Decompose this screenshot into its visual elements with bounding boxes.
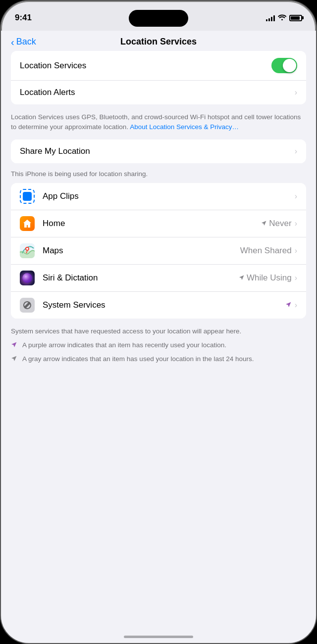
app-clips-name: App Clips <box>43 191 295 201</box>
siri-app-name: Siri & Dictation <box>43 273 239 283</box>
location-alerts-label: Location Alerts <box>20 88 295 97</box>
home-app-icon <box>20 216 35 231</box>
chevron-right-icon: › <box>295 192 297 201</box>
gray-legend-text: A gray arrow indicates that an item has … <box>22 354 254 364</box>
home-location-value: Never <box>269 219 291 229</box>
maps-app-icon <box>20 243 35 258</box>
svg-point-3 <box>26 248 28 250</box>
share-location-label: Share My Location <box>20 146 295 156</box>
location-arrow-icon <box>239 274 245 282</box>
status-time: 9:41 <box>15 9 32 23</box>
screen-content: ‹ Back Location Services Location Servic… <box>1 31 316 643</box>
system-services-icon <box>20 298 35 313</box>
chevron-right-icon: › <box>295 88 297 97</box>
share-location-section: Share My Location › <box>11 139 306 163</box>
share-location-card: Share My Location › <box>11 139 306 163</box>
maps-location-value: When Shared <box>240 246 292 256</box>
siri-orb <box>22 273 32 283</box>
home-indicator <box>124 636 193 638</box>
apps-section: App Clips › Home <box>11 183 306 319</box>
location-alerts-row[interactable]: Location Alerts › <box>11 81 306 104</box>
toggle-knob <box>283 59 296 72</box>
purple-legend-text: A purple arrow indicates that an item ha… <box>22 340 226 350</box>
signal-bars-icon <box>266 14 275 21</box>
system-location-arrow-purple <box>285 301 292 310</box>
chevron-right-icon: › <box>295 219 297 228</box>
chevron-right-icon: › <box>295 147 297 156</box>
location-arrow-icon <box>261 220 267 228</box>
privacy-link[interactable]: About Location Services & Privacy… <box>130 123 239 131</box>
chevron-right-icon: › <box>295 246 297 255</box>
system-footer-note: System services that have requested acce… <box>1 322 316 338</box>
home-app-row[interactable]: Home Never › <box>11 210 306 237</box>
location-services-section: Location Services Location Alerts › <box>11 51 306 104</box>
purple-arrow-icon <box>11 341 17 349</box>
location-services-row: Location Services <box>11 51 306 81</box>
location-description: Location Services uses GPS, Bluetooth, a… <box>1 108 316 139</box>
chevron-right-icon: › <box>295 301 297 310</box>
apps-card: App Clips › Home <box>11 183 306 319</box>
status-icons <box>266 10 302 22</box>
location-services-label: Location Services <box>20 61 271 71</box>
purple-legend-item: A purple arrow indicates that an item ha… <box>1 338 316 352</box>
home-app-name: Home <box>43 219 261 229</box>
chevron-left-icon: ‹ <box>11 37 14 47</box>
app-clips-icon-inner <box>23 192 32 201</box>
chevron-right-icon: › <box>295 274 297 282</box>
wifi-icon <box>278 14 286 22</box>
location-services-card: Location Services Location Alerts › <box>11 51 306 104</box>
siri-location-value: While Using <box>247 273 292 283</box>
page-title: Location Services <box>120 37 197 47</box>
system-services-row[interactable]: System Services › <box>11 292 306 319</box>
maps-app-row[interactable]: Maps When Shared › <box>11 237 306 265</box>
back-button[interactable]: ‹ Back <box>11 37 36 47</box>
gray-arrow-icon <box>11 355 17 363</box>
nav-bar: ‹ Back Location Services <box>1 31 316 51</box>
siri-app-row[interactable]: Siri & Dictation While Using › <box>11 265 306 292</box>
app-clips-icon <box>20 189 35 204</box>
battery-fill <box>291 16 300 20</box>
app-clips-row[interactable]: App Clips › <box>11 183 306 210</box>
back-label: Back <box>16 37 36 47</box>
siri-app-icon <box>20 271 35 285</box>
dynamic-island <box>129 10 188 27</box>
battery-icon <box>289 15 302 21</box>
gray-legend-item: A gray arrow indicates that an item has … <box>1 352 316 366</box>
phone-frame: 9:41 ‹ B <box>0 0 317 644</box>
location-services-toggle[interactable] <box>271 58 297 73</box>
share-location-subtitle: This iPhone is being used for location s… <box>1 167 316 183</box>
share-location-row[interactable]: Share My Location › <box>11 139 306 163</box>
maps-app-name: Maps <box>43 246 240 256</box>
system-services-name: System Services <box>43 300 285 310</box>
